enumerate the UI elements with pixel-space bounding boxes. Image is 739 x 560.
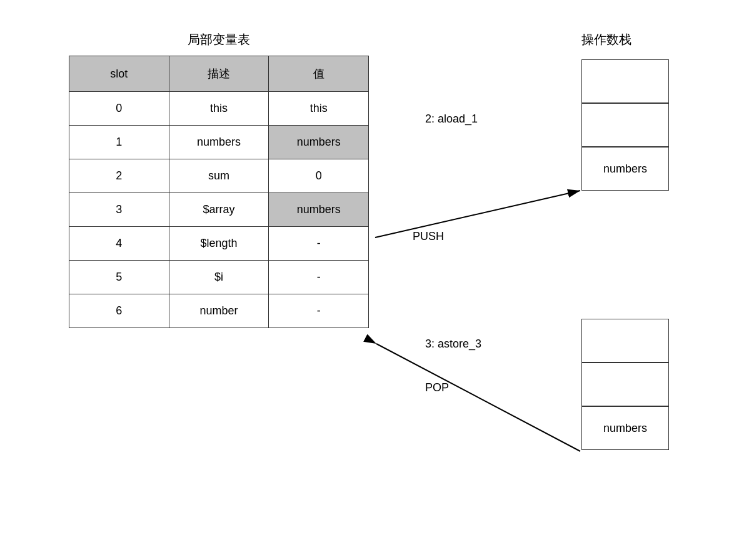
cell-desc: $i bbox=[169, 261, 269, 294]
cell-desc: sum bbox=[169, 159, 269, 193]
table-row: 2sum0 bbox=[69, 159, 369, 193]
cell-value: numbers bbox=[269, 126, 369, 159]
col-slot: slot bbox=[69, 56, 169, 92]
cell-slot: 1 bbox=[69, 126, 169, 159]
cell-desc: numbers bbox=[169, 126, 269, 159]
push-arrow bbox=[375, 191, 580, 238]
stack-box bbox=[581, 319, 669, 362]
stack-cell-top-1 bbox=[581, 59, 669, 103]
table-row: 6number- bbox=[69, 294, 369, 328]
table-header-row: slot 描述 值 bbox=[69, 56, 369, 92]
cell-slot: 0 bbox=[69, 92, 169, 126]
stack-box bbox=[581, 362, 669, 406]
push-label: PUSH bbox=[413, 230, 444, 243]
lv-section: 局部变量表 slot 描述 值 0thisthis1numbersnumbers… bbox=[69, 31, 369, 328]
cell-desc: number bbox=[169, 294, 269, 328]
cell-value: 0 bbox=[269, 159, 369, 193]
pop-label: POP bbox=[425, 381, 449, 394]
stack-cell-bottom-1 bbox=[581, 319, 669, 362]
table-row: 1numbersnumbers bbox=[69, 126, 369, 159]
stack-box bbox=[581, 103, 669, 147]
stack-cell-bottom-3: numbers bbox=[581, 406, 669, 450]
table-row: 4$length- bbox=[69, 227, 369, 261]
stack-box-numbers-bottom: numbers bbox=[581, 406, 669, 450]
instruction-astore: 3: astore_3 bbox=[425, 338, 481, 351]
cell-slot: 2 bbox=[69, 159, 169, 193]
cell-value: - bbox=[269, 227, 369, 261]
cell-slot: 5 bbox=[69, 261, 169, 294]
instruction-aload: 2: aload_1 bbox=[425, 112, 478, 126]
cell-slot: 3 bbox=[69, 193, 169, 227]
cell-desc: $length bbox=[169, 227, 269, 261]
stack-title: 操作数栈 bbox=[581, 31, 631, 48]
cell-value: - bbox=[269, 294, 369, 328]
cell-slot: 6 bbox=[69, 294, 169, 328]
table-row: 3$arraynumbers bbox=[69, 193, 369, 227]
table-row: 0thisthis bbox=[69, 92, 369, 126]
stack-cell-top-2 bbox=[581, 103, 669, 147]
cell-desc: $array bbox=[169, 193, 269, 227]
cell-slot: 4 bbox=[69, 227, 169, 261]
col-desc: 描述 bbox=[169, 56, 269, 92]
stack-box bbox=[581, 59, 669, 103]
cell-value: - bbox=[269, 261, 369, 294]
col-value: 值 bbox=[269, 56, 369, 92]
cell-desc: this bbox=[169, 92, 269, 126]
cell-value: numbers bbox=[269, 193, 369, 227]
table-row: 5$i- bbox=[69, 261, 369, 294]
lv-title: 局部变量表 bbox=[69, 31, 369, 48]
lv-table: slot 描述 值 0thisthis1numbersnumbers2sum03… bbox=[69, 56, 369, 328]
stack-cell-bottom-2 bbox=[581, 362, 669, 406]
stack-box-numbers-top: numbers bbox=[581, 147, 669, 191]
pop-arrow bbox=[376, 344, 580, 451]
stack-cell-top-3: numbers bbox=[581, 147, 669, 191]
cell-value: this bbox=[269, 92, 369, 126]
